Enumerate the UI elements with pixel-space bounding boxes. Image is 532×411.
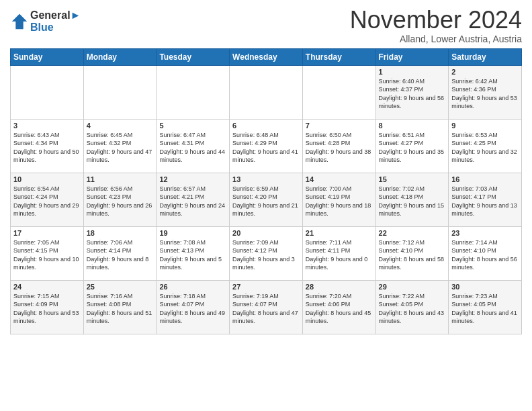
day-info: Sunrise: 7:18 AM Sunset: 4:07 PM Dayligh… — [159, 292, 226, 326]
day-number: 9 — [451, 122, 519, 130]
day-info: Sunrise: 6:53 AM Sunset: 4:25 PM Dayligh… — [451, 131, 519, 165]
calendar-cell: 4Sunrise: 6:45 AM Sunset: 4:32 PM Daylig… — [83, 119, 157, 173]
calendar-cell: 28Sunrise: 7:20 AM Sunset: 4:06 PM Dayli… — [302, 280, 375, 334]
day-number: 13 — [232, 175, 300, 183]
calendar-cell: 8Sunrise: 6:51 AM Sunset: 4:27 PM Daylig… — [375, 119, 449, 173]
day-number: 12 — [159, 175, 226, 183]
day-number: 19 — [159, 229, 226, 237]
day-number: 24 — [13, 283, 81, 291]
day-info: Sunrise: 7:06 AM Sunset: 4:14 PM Dayligh… — [87, 238, 154, 272]
calendar-cell — [157, 65, 230, 119]
calendar-cell: 26Sunrise: 7:18 AM Sunset: 4:07 PM Dayli… — [157, 280, 230, 334]
calendar-cell: 15Sunrise: 7:02 AM Sunset: 4:18 PM Dayli… — [375, 173, 449, 226]
day-info: Sunrise: 7:09 AM Sunset: 4:12 PM Dayligh… — [232, 238, 300, 272]
day-number: 6 — [232, 122, 300, 130]
calendar-cell: 20Sunrise: 7:09 AM Sunset: 4:12 PM Dayli… — [230, 226, 303, 280]
calendar-cell: 12Sunrise: 6:57 AM Sunset: 4:21 PM Dayli… — [157, 173, 230, 226]
day-number: 7 — [306, 122, 373, 130]
day-info: Sunrise: 7:23 AM Sunset: 4:05 PM Dayligh… — [451, 292, 519, 326]
day-info: Sunrise: 7:08 AM Sunset: 4:13 PM Dayligh… — [159, 238, 226, 272]
day-number: 4 — [87, 122, 154, 130]
day-info: Sunrise: 6:47 AM Sunset: 4:31 PM Dayligh… — [159, 131, 226, 165]
calendar-cell: 16Sunrise: 7:03 AM Sunset: 4:17 PM Dayli… — [449, 173, 522, 226]
day-info: Sunrise: 6:40 AM Sunset: 4:37 PM Dayligh… — [379, 77, 446, 111]
day-info: Sunrise: 6:43 AM Sunset: 4:34 PM Dayligh… — [13, 131, 81, 165]
day-number: 23 — [451, 229, 519, 237]
calendar-cell: 10Sunrise: 6:54 AM Sunset: 4:24 PM Dayli… — [11, 173, 84, 226]
day-number: 1 — [379, 68, 446, 76]
calendar-cell: 30Sunrise: 7:23 AM Sunset: 4:05 PM Dayli… — [449, 280, 522, 334]
day-number: 17 — [13, 229, 81, 237]
calendar-cell — [302, 65, 375, 119]
day-info: Sunrise: 7:20 AM Sunset: 4:06 PM Dayligh… — [306, 292, 373, 326]
day-number: 2 — [451, 68, 519, 76]
calendar-week-row-1: 1Sunrise: 6:40 AM Sunset: 4:37 PM Daylig… — [11, 65, 522, 119]
day-number: 5 — [159, 122, 226, 130]
day-number: 14 — [306, 175, 373, 183]
day-number: 20 — [232, 229, 300, 237]
calendar-cell: 6Sunrise: 6:48 AM Sunset: 4:29 PM Daylig… — [230, 119, 303, 173]
day-info: Sunrise: 7:02 AM Sunset: 4:18 PM Dayligh… — [379, 185, 446, 218]
calendar-cell: 24Sunrise: 7:15 AM Sunset: 4:09 PM Dayli… — [11, 280, 84, 334]
col-friday: Friday — [375, 48, 449, 65]
day-info: Sunrise: 6:48 AM Sunset: 4:29 PM Dayligh… — [232, 131, 300, 165]
day-number: 8 — [379, 122, 446, 130]
calendar-cell: 22Sunrise: 7:12 AM Sunset: 4:10 PM Dayli… — [375, 226, 449, 280]
day-number: 3 — [13, 122, 81, 130]
logo-icon — [10, 12, 29, 31]
day-info: Sunrise: 6:42 AM Sunset: 4:36 PM Dayligh… — [451, 77, 519, 111]
day-info: Sunrise: 7:22 AM Sunset: 4:05 PM Dayligh… — [379, 292, 446, 326]
calendar-cell: 9Sunrise: 6:53 AM Sunset: 4:25 PM Daylig… — [449, 119, 522, 173]
month-title: November 2024 — [350, 7, 522, 34]
calendar-cell: 13Sunrise: 6:59 AM Sunset: 4:20 PM Dayli… — [230, 173, 303, 226]
calendar-cell: 2Sunrise: 6:42 AM Sunset: 4:36 PM Daylig… — [449, 65, 522, 119]
day-number: 16 — [451, 175, 519, 183]
day-info: Sunrise: 6:45 AM Sunset: 4:32 PM Dayligh… — [87, 131, 154, 165]
day-info: Sunrise: 6:54 AM Sunset: 4:24 PM Dayligh… — [13, 185, 81, 218]
col-saturday: Saturday — [449, 48, 522, 65]
day-number: 25 — [87, 283, 154, 291]
calendar-cell: 3Sunrise: 6:43 AM Sunset: 4:34 PM Daylig… — [11, 119, 84, 173]
day-number: 26 — [159, 283, 226, 291]
day-info: Sunrise: 7:05 AM Sunset: 4:15 PM Dayligh… — [13, 238, 81, 272]
calendar-cell: 21Sunrise: 7:11 AM Sunset: 4:11 PM Dayli… — [302, 226, 375, 280]
main-container: General► Blue November 2024 Alland, Lowe… — [0, 0, 532, 338]
svg-marker-1 — [12, 14, 27, 29]
logo: General► Blue — [10, 9, 81, 34]
day-number: 10 — [13, 175, 81, 183]
day-info: Sunrise: 7:03 AM Sunset: 4:17 PM Dayligh… — [451, 185, 519, 218]
day-info: Sunrise: 7:12 AM Sunset: 4:10 PM Dayligh… — [379, 238, 446, 272]
calendar-cell: 29Sunrise: 7:22 AM Sunset: 4:05 PM Dayli… — [375, 280, 449, 334]
day-info: Sunrise: 6:56 AM Sunset: 4:23 PM Dayligh… — [87, 185, 154, 218]
day-info: Sunrise: 7:15 AM Sunset: 4:09 PM Dayligh… — [13, 292, 81, 326]
col-sunday: Sunday — [11, 48, 84, 65]
day-info: Sunrise: 7:11 AM Sunset: 4:11 PM Dayligh… — [306, 238, 373, 272]
subtitle: Alland, Lower Austria, Austria — [350, 34, 522, 44]
col-monday: Monday — [83, 48, 157, 65]
calendar-cell: 11Sunrise: 6:56 AM Sunset: 4:23 PM Dayli… — [83, 173, 157, 226]
calendar-cell: 1Sunrise: 6:40 AM Sunset: 4:37 PM Daylig… — [375, 65, 449, 119]
calendar-cell: 25Sunrise: 7:16 AM Sunset: 4:08 PM Dayli… — [83, 280, 157, 334]
calendar-cell: 18Sunrise: 7:06 AM Sunset: 4:14 PM Dayli… — [83, 226, 157, 280]
header: General► Blue November 2024 Alland, Lowe… — [10, 7, 522, 44]
col-thursday: Thursday — [302, 48, 375, 65]
calendar-cell: 7Sunrise: 6:50 AM Sunset: 4:28 PM Daylig… — [302, 119, 375, 173]
title-area: November 2024 Alland, Lower Austria, Aus… — [350, 7, 522, 44]
calendar-header-row: Sunday Monday Tuesday Wednesday Thursday… — [11, 48, 522, 65]
day-info: Sunrise: 7:16 AM Sunset: 4:08 PM Dayligh… — [87, 292, 154, 326]
day-info: Sunrise: 6:59 AM Sunset: 4:20 PM Dayligh… — [232, 185, 300, 218]
calendar-week-row-5: 24Sunrise: 7:15 AM Sunset: 4:09 PM Dayli… — [11, 280, 522, 334]
calendar-cell: 23Sunrise: 7:14 AM Sunset: 4:10 PM Dayli… — [449, 226, 522, 280]
day-number: 15 — [379, 175, 446, 183]
day-info: Sunrise: 6:50 AM Sunset: 4:28 PM Dayligh… — [306, 131, 373, 165]
day-info: Sunrise: 6:51 AM Sunset: 4:27 PM Dayligh… — [379, 131, 446, 165]
day-info: Sunrise: 6:57 AM Sunset: 4:21 PM Dayligh… — [159, 185, 226, 218]
calendar-table: Sunday Monday Tuesday Wednesday Thursday… — [10, 48, 522, 334]
day-number: 22 — [379, 229, 446, 237]
calendar-cell — [83, 65, 157, 119]
day-number: 21 — [306, 229, 373, 237]
calendar-week-row-4: 17Sunrise: 7:05 AM Sunset: 4:15 PM Dayli… — [11, 226, 522, 280]
day-number: 29 — [379, 283, 446, 291]
calendar-cell — [230, 65, 303, 119]
calendar-week-row-2: 3Sunrise: 6:43 AM Sunset: 4:34 PM Daylig… — [11, 119, 522, 173]
